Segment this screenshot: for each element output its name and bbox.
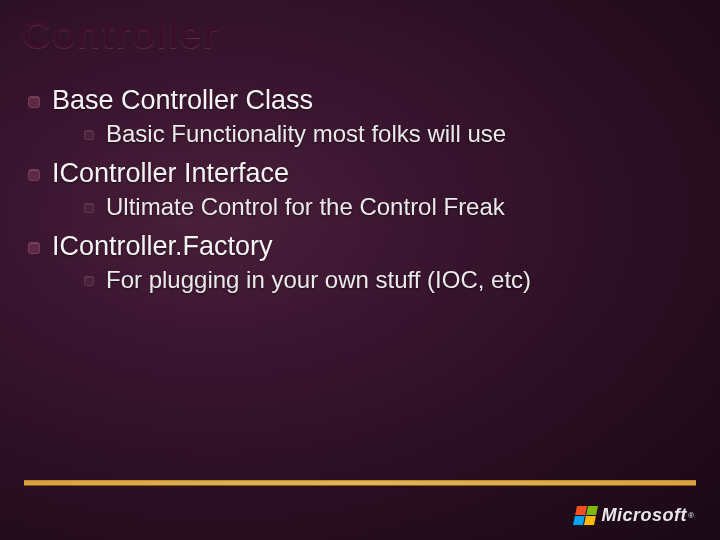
footer-divider (24, 480, 696, 486)
list-subitem: For plugging in your own stuff (IOC, etc… (84, 266, 698, 294)
list-item-label: IController.Factory (52, 231, 273, 262)
list-subitem-label: Basic Functionality most folks will use (106, 120, 506, 148)
bullet-icon (84, 203, 94, 213)
logo-text: Microsoft (602, 505, 688, 526)
slide: Controller Base Controller Class Basic F… (0, 0, 720, 540)
bullet-icon (84, 130, 94, 140)
list-item: Base Controller Class (28, 85, 698, 116)
list-subitem-label: Ultimate Control for the Control Freak (106, 193, 505, 221)
list-item: IController.Factory (28, 231, 698, 262)
bullet-icon (84, 276, 94, 286)
microsoft-logo: Microsoft ® (575, 505, 694, 526)
list-subitem-label: For plugging in your own stuff (IOC, etc… (106, 266, 531, 294)
bullet-icon (28, 169, 40, 181)
bullet-icon (28, 96, 40, 108)
list-subitem: Ultimate Control for the Control Freak (84, 193, 698, 221)
registered-mark: ® (688, 511, 694, 520)
microsoft-flag-icon (573, 506, 598, 525)
bullet-icon (28, 242, 40, 254)
list-item-label: IController Interface (52, 158, 289, 189)
slide-title: Controller (22, 12, 698, 57)
list-item: IController Interface (28, 158, 698, 189)
list-subitem: Basic Functionality most folks will use (84, 120, 698, 148)
list-item-label: Base Controller Class (52, 85, 313, 116)
